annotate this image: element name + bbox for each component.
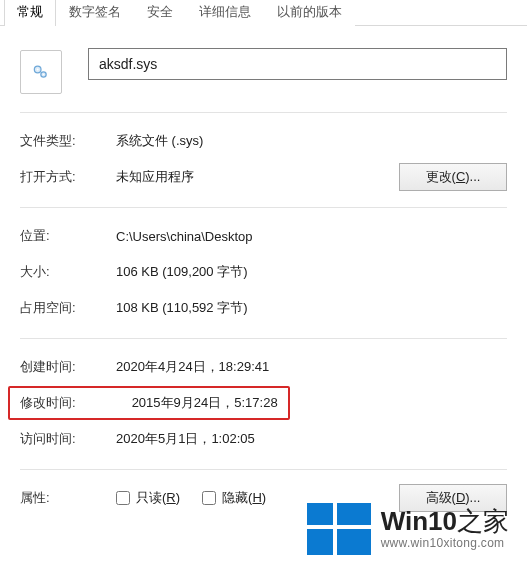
label-attributes: 属性: bbox=[20, 489, 116, 507]
label-file-type: 文件类型: bbox=[20, 132, 116, 150]
tab-previous-versions[interactable]: 以前的版本 bbox=[264, 0, 355, 26]
checkbox-readonly-input[interactable] bbox=[116, 491, 130, 505]
value-file-type: 系统文件 (.sys) bbox=[116, 132, 507, 150]
label-location: 位置: bbox=[20, 227, 116, 245]
filename-input[interactable] bbox=[88, 48, 507, 80]
windows-logo-icon bbox=[307, 503, 371, 555]
checkbox-hidden[interactable]: 隐藏(H) bbox=[202, 489, 266, 507]
value-size: 106 KB (109,200 字节) bbox=[116, 263, 507, 281]
value-accessed: 2020年5月1日，1:02:05 bbox=[116, 430, 507, 448]
checkbox-hidden-input[interactable] bbox=[202, 491, 216, 505]
label-created: 创建时间: bbox=[20, 358, 116, 376]
value-location: C:\Users\china\Desktop bbox=[116, 229, 507, 244]
row-modified: 修改时间: 2015年9月24日，5:17:28 bbox=[20, 385, 507, 421]
section-type: 文件类型: 系统文件 (.sys) 打开方式: 未知应用程序 更改(C)... bbox=[20, 113, 507, 208]
watermark-url: www.win10xitong.com bbox=[381, 537, 509, 551]
label-accessed: 访问时间: bbox=[20, 430, 116, 448]
tab-general[interactable]: 常规 bbox=[4, 0, 56, 26]
section-size: 位置: C:\Users\china\Desktop 大小: 106 KB (1… bbox=[20, 208, 507, 339]
label-opens-with: 打开方式: bbox=[20, 168, 116, 186]
tab-details[interactable]: 详细信息 bbox=[186, 0, 264, 26]
value-size-on-disk: 108 KB (110,592 字节) bbox=[116, 299, 507, 317]
tab-digital-signatures[interactable]: 数字签名 bbox=[56, 0, 134, 26]
change-button[interactable]: 更改(C)... bbox=[399, 163, 507, 191]
value-created: 2020年4月24日，18:29:41 bbox=[116, 358, 507, 376]
tab-security[interactable]: 安全 bbox=[134, 0, 186, 26]
file-header bbox=[20, 36, 507, 113]
checkbox-hidden-label: 隐藏(H) bbox=[222, 489, 266, 507]
checkbox-readonly-label: 只读(R) bbox=[136, 489, 180, 507]
svg-point-2 bbox=[37, 69, 39, 71]
tab-bar: 常规 数字签名 安全 详细信息 以前的版本 bbox=[0, 0, 527, 26]
value-opens-with: 未知应用程序 bbox=[116, 168, 399, 186]
svg-point-3 bbox=[43, 74, 45, 76]
file-type-icon bbox=[20, 50, 62, 94]
watermark-title-prefix: Win10 bbox=[381, 506, 457, 536]
label-modified: 修改时间: bbox=[20, 394, 116, 412]
value-modified: 2015年9月24日，5:17:28 bbox=[132, 395, 278, 410]
label-size-on-disk: 占用空间: bbox=[20, 299, 116, 317]
general-panel: 文件类型: 系统文件 (.sys) 打开方式: 未知应用程序 更改(C)... … bbox=[0, 26, 527, 528]
watermark: Win10之家 www.win10xitong.com bbox=[307, 503, 509, 555]
change-button-label: 更改(C)... bbox=[426, 169, 481, 184]
highlight-box: 修改时间: 2015年9月24日，5:17:28 bbox=[8, 386, 290, 420]
label-size: 大小: bbox=[20, 263, 116, 281]
section-timestamps: 创建时间: 2020年4月24日，18:29:41 修改时间: 2015年9月2… bbox=[20, 339, 507, 470]
checkbox-readonly[interactable]: 只读(R) bbox=[116, 489, 180, 507]
watermark-text: Win10之家 www.win10xitong.com bbox=[381, 507, 509, 551]
watermark-title-suffix: 之家 bbox=[457, 506, 509, 536]
